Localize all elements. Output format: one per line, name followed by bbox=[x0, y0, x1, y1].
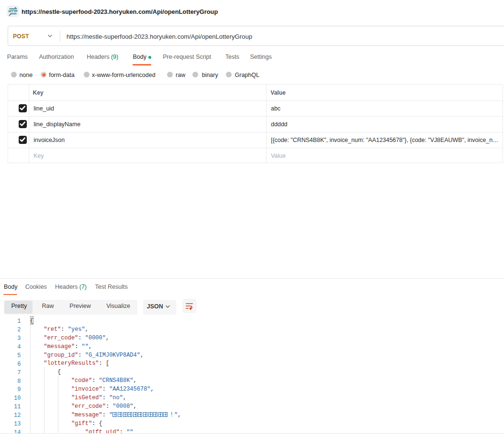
svg-text:HTTP: HTTP bbox=[9, 9, 18, 13]
